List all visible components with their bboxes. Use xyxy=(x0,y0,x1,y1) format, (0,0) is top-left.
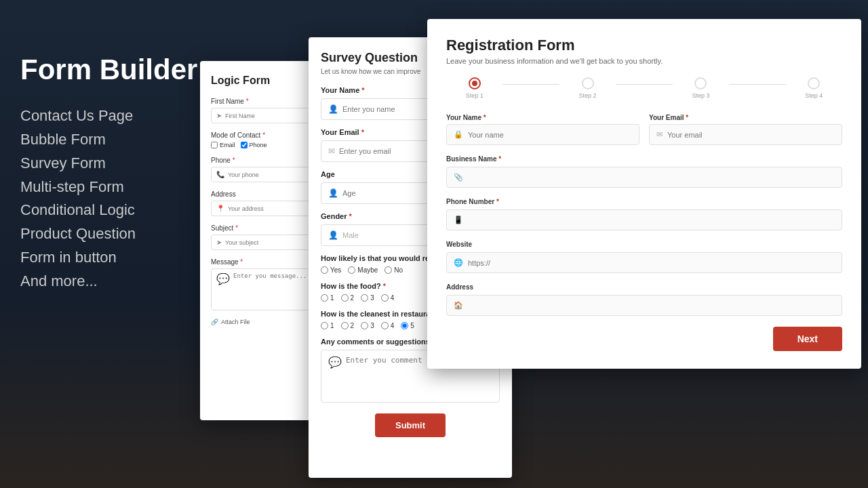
recommend-no-radio[interactable] xyxy=(384,266,392,274)
step-4: Step 4 xyxy=(786,77,842,99)
reg-address-label: Address xyxy=(446,283,473,291)
feature-item: Contact Us Page xyxy=(20,106,197,127)
website-label: Website xyxy=(446,241,472,248)
clean-2-radio[interactable] xyxy=(341,322,349,329)
feature-item: Multi-step Form xyxy=(20,177,197,198)
feature-item: Conditional Logic xyxy=(20,200,197,221)
clean-3-radio[interactable] xyxy=(361,322,368,329)
recommend-maybe-radio[interactable] xyxy=(348,266,355,274)
recommend-no[interactable]: No xyxy=(384,266,403,274)
email-option[interactable]: Email xyxy=(211,142,235,148)
phone-option[interactable]: Phone xyxy=(241,142,267,148)
reg-form-title: Registration Form xyxy=(446,37,842,54)
phone-label: Phone * xyxy=(211,157,325,164)
phone-input-wrapper: 📞 xyxy=(211,167,325,182)
clean-1-radio[interactable] xyxy=(321,322,328,329)
address-icon: 📍 xyxy=(216,205,224,212)
food-2-radio[interactable] xyxy=(341,294,349,302)
clean-5[interactable]: 5 xyxy=(401,322,414,329)
step-line-1 xyxy=(502,84,559,85)
form-stepper: Step 1 Step 2 Step 3 Step 4 xyxy=(446,77,842,99)
reg-email-label: Your Email * xyxy=(649,114,842,121)
address-input-wrapper: 📍 xyxy=(211,201,325,216)
mode-contact-group: Mode of Contact * Email Phone xyxy=(211,131,325,148)
first-name-input[interactable] xyxy=(225,113,319,119)
website-input[interactable] xyxy=(468,259,835,267)
clean-4-radio[interactable] xyxy=(381,322,389,329)
phone-checkbox[interactable] xyxy=(241,142,248,148)
message-textarea-wrapper: 💬 xyxy=(211,268,325,310)
step-1-circle xyxy=(469,77,481,89)
clean-4[interactable]: 4 xyxy=(381,322,395,329)
left-panel: Form Builder Contact Us PageBubble FormS… xyxy=(20,54,197,292)
attach-label: Attach File xyxy=(221,319,250,325)
recommend-yes[interactable]: Yes xyxy=(321,266,341,274)
mode-contact-options: Email Phone xyxy=(211,142,325,148)
step-line-2 xyxy=(616,84,672,85)
submit-button[interactable]: Submit xyxy=(375,413,446,437)
business-row: Business Name * 📎 xyxy=(446,152,842,188)
clean-2[interactable]: 2 xyxy=(341,322,355,329)
phone-number-row: Phone Number * 📱 xyxy=(446,195,842,230)
food-3[interactable]: 3 xyxy=(361,294,374,302)
clean-1[interactable]: 1 xyxy=(321,322,334,329)
phone-number-input[interactable] xyxy=(468,216,835,224)
business-label: Business Name * xyxy=(446,155,501,163)
food-1[interactable]: 1 xyxy=(321,294,334,302)
survey-email-icon: ✉ xyxy=(328,146,335,156)
phone-number-icon: 📱 xyxy=(454,216,463,224)
step-4-circle xyxy=(808,77,820,89)
food-4[interactable]: 4 xyxy=(381,294,395,302)
website-wrapper: 🌐 xyxy=(446,252,842,273)
subject-label: Subject * xyxy=(211,224,325,232)
reg-form-subtitle: Leave your business information and we'l… xyxy=(446,57,842,65)
feature-item: Bubble Form xyxy=(20,129,197,150)
step-1: Step 1 xyxy=(446,77,502,99)
reg-address-input[interactable] xyxy=(468,302,835,310)
step-line-3 xyxy=(729,84,785,85)
feature-list: Contact Us PageBubble FormSurvey FormMul… xyxy=(20,106,197,291)
comments-icon: 💬 xyxy=(328,356,342,369)
survey-gender-icon: 👤 xyxy=(328,230,338,240)
reg-address-icon: 🏠 xyxy=(454,301,463,310)
business-input[interactable] xyxy=(468,174,835,182)
reg-name-wrapper: 🔒 xyxy=(446,124,639,145)
message-group: Message * 💬 xyxy=(211,258,325,310)
recommend-yes-radio[interactable] xyxy=(321,266,328,274)
step-3-label: Step 3 xyxy=(692,92,709,99)
main-title: Form Builder xyxy=(20,54,197,85)
survey-age-icon: 👤 xyxy=(328,188,338,198)
step-2: Step 2 xyxy=(559,77,616,99)
reg-address-row: Address 🏠 xyxy=(446,280,842,316)
business-wrapper: 📎 xyxy=(446,167,842,188)
first-name-group: First Name * ➤ xyxy=(211,98,325,123)
food-1-radio[interactable] xyxy=(321,294,328,302)
attach-icon: 🔗 xyxy=(211,319,218,325)
step-2-circle xyxy=(582,77,594,89)
address-input[interactable] xyxy=(228,205,319,212)
address-label: Address xyxy=(211,190,325,198)
food-3-radio[interactable] xyxy=(361,294,368,302)
reg-name-input[interactable] xyxy=(468,131,632,139)
next-button[interactable]: Next xyxy=(773,327,842,351)
message-textarea[interactable] xyxy=(233,272,319,306)
clean-5-radio[interactable] xyxy=(401,322,408,329)
name-email-row: Your Name * 🔒 Your Email * ✉ xyxy=(446,114,842,145)
step-3: Step 3 xyxy=(673,77,729,99)
phone-number-label: Phone Number * xyxy=(446,198,499,205)
food-4-radio[interactable] xyxy=(381,294,389,302)
survey-name-icon: 👤 xyxy=(328,104,338,114)
first-name-label: First Name * xyxy=(211,98,325,105)
reg-name-icon: 🔒 xyxy=(454,130,463,139)
website-icon: 🌐 xyxy=(454,258,463,267)
reg-email-input[interactable] xyxy=(667,131,835,139)
reg-email-icon: ✉ xyxy=(656,130,663,139)
phone-input[interactable] xyxy=(228,171,319,178)
message-label: Message * xyxy=(211,258,325,266)
email-checkbox[interactable] xyxy=(211,142,218,148)
recommend-maybe[interactable]: Maybe xyxy=(348,266,378,274)
food-2[interactable]: 2 xyxy=(341,294,355,302)
subject-input[interactable] xyxy=(225,239,319,246)
attach-file[interactable]: 🔗 Attach File xyxy=(211,319,325,325)
clean-3[interactable]: 3 xyxy=(361,322,374,329)
